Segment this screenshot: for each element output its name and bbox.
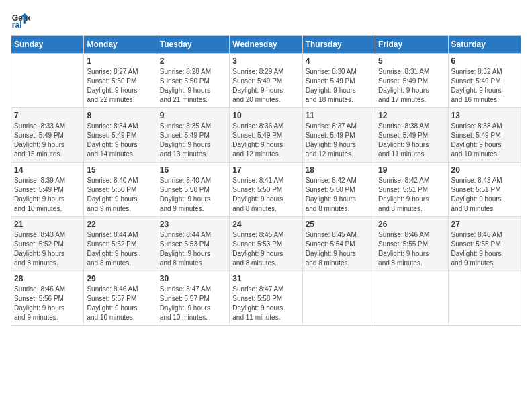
day-of-week-header: Wednesday [230, 36, 302, 54]
calendar-cell: 23Sunrise: 8:44 AM Sunset: 5:53 PM Dayli… [157, 217, 229, 271]
day-info: Sunrise: 8:34 AM Sunset: 5:49 PM Dayligh… [87, 122, 153, 159]
day-number: 10 [232, 111, 299, 120]
calendar-cell: 6Sunrise: 8:32 AM Sunset: 5:49 PM Daylig… [448, 54, 521, 108]
calendar-cell: 21Sunrise: 8:43 AM Sunset: 5:52 PM Dayli… [11, 217, 84, 271]
day-info: Sunrise: 8:40 AM Sunset: 5:50 PM Dayligh… [87, 176, 153, 214]
day-number: 5 [378, 56, 445, 66]
day-of-week-header: Tuesday [157, 36, 229, 54]
day-number: 29 [87, 274, 153, 283]
day-info: Sunrise: 8:31 AM Sunset: 5:49 PM Dayligh… [378, 67, 445, 105]
day-number: 19 [378, 165, 445, 175]
day-info: Sunrise: 8:33 AM Sunset: 5:49 PM Dayligh… [14, 122, 81, 159]
day-info: Sunrise: 8:29 AM Sunset: 5:49 PM Dayligh… [232, 67, 299, 105]
day-number: 21 [14, 220, 81, 229]
logo-icon: Gene ral [11, 11, 30, 30]
day-number: 2 [160, 56, 226, 66]
day-number: 1 [87, 56, 153, 66]
day-info: Sunrise: 8:41 AM Sunset: 5:50 PM Dayligh… [232, 176, 299, 214]
calendar-cell: 8Sunrise: 8:34 AM Sunset: 5:49 PM Daylig… [84, 108, 157, 163]
calendar-cell: 24Sunrise: 8:45 AM Sunset: 5:53 PM Dayli… [230, 217, 302, 271]
calendar-cell: 22Sunrise: 8:44 AM Sunset: 5:52 PM Dayli… [84, 217, 157, 271]
day-info: Sunrise: 8:47 AM Sunset: 5:58 PM Dayligh… [232, 285, 299, 322]
day-info: Sunrise: 8:42 AM Sunset: 5:50 PM Dayligh… [306, 176, 372, 214]
svg-text:ral: ral [12, 20, 22, 30]
calendar-cell: 14Sunrise: 8:39 AM Sunset: 5:49 PM Dayli… [11, 163, 84, 217]
day-number: 18 [306, 165, 372, 175]
day-number: 30 [160, 274, 226, 283]
day-number: 3 [232, 56, 299, 66]
calendar-cell: 20Sunrise: 8:43 AM Sunset: 5:51 PM Dayli… [448, 163, 521, 217]
day-number: 24 [232, 220, 299, 229]
calendar-cell [448, 271, 521, 326]
calendar-cell: 16Sunrise: 8:40 AM Sunset: 5:50 PM Dayli… [157, 163, 229, 217]
day-number: 13 [451, 111, 518, 120]
day-number: 17 [232, 165, 299, 175]
calendar-cell: 25Sunrise: 8:45 AM Sunset: 5:54 PM Dayli… [302, 217, 375, 271]
day-info: Sunrise: 8:43 AM Sunset: 5:51 PM Dayligh… [451, 176, 518, 214]
calendar-cell: 11Sunrise: 8:37 AM Sunset: 5:49 PM Dayli… [302, 108, 375, 163]
calendar-week-row: 7Sunrise: 8:33 AM Sunset: 5:49 PM Daylig… [11, 108, 521, 163]
day-info: Sunrise: 8:28 AM Sunset: 5:50 PM Dayligh… [160, 67, 226, 105]
day-number: 11 [306, 111, 372, 120]
calendar-cell: 17Sunrise: 8:41 AM Sunset: 5:50 PM Dayli… [230, 163, 302, 217]
day-info: Sunrise: 8:30 AM Sunset: 5:49 PM Dayligh… [306, 67, 372, 105]
day-number: 25 [306, 220, 372, 229]
calendar-cell: 15Sunrise: 8:40 AM Sunset: 5:50 PM Dayli… [84, 163, 157, 217]
day-info: Sunrise: 8:46 AM Sunset: 5:56 PM Dayligh… [14, 285, 81, 322]
day-number: 14 [14, 165, 81, 175]
day-number: 20 [451, 165, 518, 175]
calendar-week-row: 1Sunrise: 8:27 AM Sunset: 5:50 PM Daylig… [11, 54, 521, 108]
calendar-cell: 5Sunrise: 8:31 AM Sunset: 5:49 PM Daylig… [375, 54, 448, 108]
day-info: Sunrise: 8:38 AM Sunset: 5:49 PM Dayligh… [451, 122, 518, 159]
calendar-cell: 26Sunrise: 8:46 AM Sunset: 5:55 PM Dayli… [375, 217, 448, 271]
day-number: 23 [160, 220, 226, 229]
calendar-cell: 31Sunrise: 8:47 AM Sunset: 5:58 PM Dayli… [230, 271, 302, 326]
logo: Gene ral [11, 11, 32, 30]
day-number: 8 [87, 111, 153, 120]
day-number: 28 [14, 274, 81, 283]
calendar-week-row: 14Sunrise: 8:39 AM Sunset: 5:49 PM Dayli… [11, 163, 521, 217]
day-info: Sunrise: 8:38 AM Sunset: 5:49 PM Dayligh… [378, 122, 445, 159]
day-info: Sunrise: 8:46 AM Sunset: 5:57 PM Dayligh… [87, 285, 153, 322]
day-number: 26 [378, 220, 445, 229]
calendar-week-row: 21Sunrise: 8:43 AM Sunset: 5:52 PM Dayli… [11, 217, 521, 271]
calendar-cell: 29Sunrise: 8:46 AM Sunset: 5:57 PM Dayli… [84, 271, 157, 326]
calendar-week-row: 28Sunrise: 8:46 AM Sunset: 5:56 PM Dayli… [11, 271, 521, 326]
day-info: Sunrise: 8:39 AM Sunset: 5:49 PM Dayligh… [14, 176, 81, 214]
calendar-cell [11, 54, 84, 108]
day-number: 7 [14, 111, 81, 120]
calendar-cell: 10Sunrise: 8:36 AM Sunset: 5:49 PM Dayli… [230, 108, 302, 163]
calendar-cell: 27Sunrise: 8:46 AM Sunset: 5:55 PM Dayli… [448, 217, 521, 271]
day-info: Sunrise: 8:42 AM Sunset: 5:51 PM Dayligh… [378, 176, 445, 214]
day-info: Sunrise: 8:45 AM Sunset: 5:53 PM Dayligh… [232, 230, 299, 268]
day-number: 12 [378, 111, 445, 120]
calendar-cell: 13Sunrise: 8:38 AM Sunset: 5:49 PM Dayli… [448, 108, 521, 163]
day-info: Sunrise: 8:43 AM Sunset: 5:52 PM Dayligh… [14, 230, 81, 268]
day-of-week-header: Monday [84, 36, 157, 54]
day-of-week-header: Friday [375, 36, 448, 54]
day-of-week-header: Thursday [302, 36, 375, 54]
calendar-cell: 28Sunrise: 8:46 AM Sunset: 5:56 PM Dayli… [11, 271, 84, 326]
day-number: 15 [87, 165, 153, 175]
day-info: Sunrise: 8:40 AM Sunset: 5:50 PM Dayligh… [160, 176, 226, 214]
calendar-cell: 12Sunrise: 8:38 AM Sunset: 5:49 PM Dayli… [375, 108, 448, 163]
day-number: 9 [160, 111, 226, 120]
day-number: 16 [160, 165, 226, 175]
calendar-cell: 3Sunrise: 8:29 AM Sunset: 5:49 PM Daylig… [230, 54, 302, 108]
day-info: Sunrise: 8:47 AM Sunset: 5:57 PM Dayligh… [160, 285, 226, 322]
calendar-cell: 4Sunrise: 8:30 AM Sunset: 5:49 PM Daylig… [302, 54, 375, 108]
day-info: Sunrise: 8:36 AM Sunset: 5:49 PM Dayligh… [232, 122, 299, 159]
day-number: 4 [306, 56, 372, 66]
day-number: 31 [232, 274, 299, 283]
day-info: Sunrise: 8:37 AM Sunset: 5:49 PM Dayligh… [306, 122, 372, 159]
day-info: Sunrise: 8:46 AM Sunset: 5:55 PM Dayligh… [451, 230, 518, 268]
day-info: Sunrise: 8:32 AM Sunset: 5:49 PM Dayligh… [451, 67, 518, 105]
day-number: 22 [87, 220, 153, 229]
calendar-table: SundayMondayTuesdayWednesdayThursdayFrid… [11, 35, 521, 326]
day-number: 27 [451, 220, 518, 229]
calendar-cell: 9Sunrise: 8:35 AM Sunset: 5:49 PM Daylig… [157, 108, 229, 163]
day-info: Sunrise: 8:27 AM Sunset: 5:50 PM Dayligh… [87, 67, 153, 105]
day-info: Sunrise: 8:44 AM Sunset: 5:52 PM Dayligh… [87, 230, 153, 268]
page-header: Gene ral [11, 11, 521, 30]
calendar-cell: 7Sunrise: 8:33 AM Sunset: 5:49 PM Daylig… [11, 108, 84, 163]
